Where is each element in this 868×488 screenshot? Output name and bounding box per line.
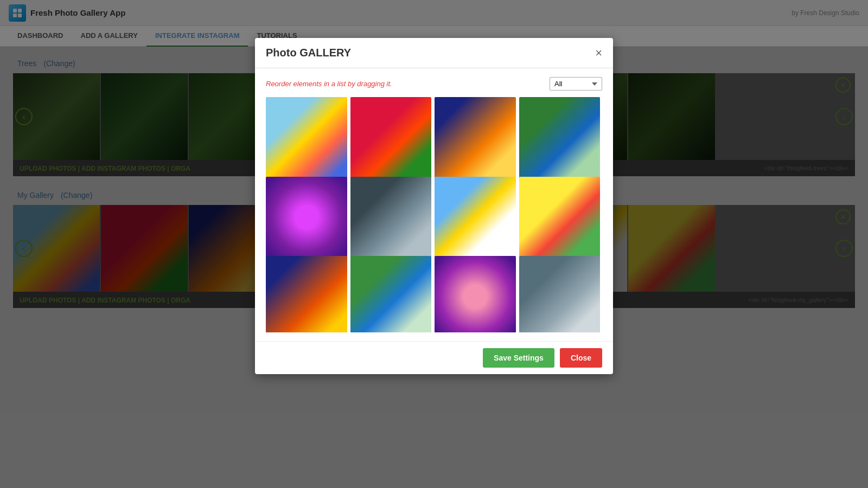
reorder-hint: Reorder elements in a list by dragging i… [266, 80, 392, 88]
modal-toolbar: Reorder elements in a list by dragging i… [266, 77, 602, 91]
modal-close-button[interactable]: × [595, 47, 602, 59]
photo-thumb-5[interactable] [266, 177, 347, 258]
photo-thumb-3[interactable] [435, 97, 516, 178]
photo-gallery-modal: Photo GALLERY × Reorder elements in a li… [255, 38, 613, 374]
photo-thumb-8[interactable] [519, 177, 601, 258]
filter-select[interactable]: All Trees My Gallery [550, 77, 602, 91]
photo-thumb-11[interactable] [435, 256, 516, 332]
save-settings-button[interactable]: Save Settings [483, 348, 554, 368]
photo-thumb-7[interactable] [435, 177, 516, 258]
photo-thumb-9[interactable] [266, 256, 347, 332]
photo-thumb-10[interactable] [350, 256, 432, 332]
modal-title: Photo GALLERY [266, 47, 351, 59]
photo-thumb-12[interactable] [519, 256, 601, 332]
modal-footer: Save Settings Close [255, 341, 613, 374]
modal-overlay: Photo GALLERY × Reorder elements in a li… [0, 0, 868, 488]
photo-grid [266, 97, 602, 332]
modal-body: Reorder elements in a list by dragging i… [255, 68, 613, 341]
photo-thumb-6[interactable] [350, 177, 432, 258]
modal-header: Photo GALLERY × [255, 38, 613, 68]
photo-thumb-4[interactable] [519, 97, 601, 178]
close-modal-button[interactable]: Close [560, 348, 602, 368]
photo-thumb-1[interactable] [266, 97, 347, 178]
photo-thumb-2[interactable] [350, 97, 432, 178]
